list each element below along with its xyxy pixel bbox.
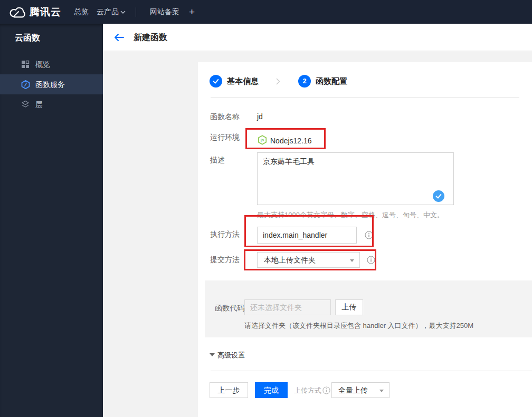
description-hint: 最大支持1000个英文字母、数字、空格、逗号、句号、中文。	[257, 210, 444, 220]
check-icon	[435, 192, 442, 200]
tencent-cloud-logo-icon[interactable]	[7, 5, 26, 19]
page-header: 新建函数	[103, 24, 532, 51]
valid-check-badge	[433, 190, 444, 202]
nav-item-icp[interactable]: 网站备案	[150, 0, 179, 24]
info-icon[interactable]	[367, 256, 375, 264]
sidebar-title: 云函数	[15, 33, 40, 44]
nav-divider	[136, 7, 136, 17]
handler-input[interactable]	[257, 227, 357, 244]
grid-icon	[21, 60, 30, 69]
triangle-down-icon	[210, 353, 215, 356]
folder-path-input	[244, 299, 331, 315]
function-code-hint: 请选择文件夹（该文件夹根目录应包含 handler 入口文件），最大支持250M	[244, 321, 473, 331]
upload-mode-value: 全量上传	[338, 386, 368, 394]
description-label: 描述	[210, 156, 225, 165]
runtime-value: Nodejs12.16	[270, 137, 312, 145]
function-name-value: jd	[257, 112, 263, 121]
submit-method-value: 本地上传文件夹	[264, 256, 316, 264]
function-name-label: 函数名称	[210, 112, 240, 122]
runtime-label: 运行环境	[210, 133, 240, 142]
sidebar-item-layers[interactable]: 层	[0, 94, 103, 114]
steps-divider	[211, 97, 519, 98]
scf-hexagon-icon	[21, 80, 30, 89]
nav-item-cloud-products[interactable]: 云产品	[97, 0, 119, 24]
nav-item-overview[interactable]: 总览	[74, 0, 89, 24]
step2-number-circle: 2	[298, 75, 311, 88]
handler-label: 执行方法	[210, 230, 240, 239]
back-arrow-icon[interactable]	[113, 33, 124, 42]
brand-name[interactable]: 腾讯云	[30, 0, 61, 24]
select-caret-icon	[379, 390, 384, 392]
new-function-panel: 基本信息 2 函数配置 函数名称 jd 运行环境 js Nodejs12.16 …	[198, 62, 532, 417]
check-icon	[212, 77, 220, 85]
step-chevron-icon	[276, 78, 280, 85]
previous-step-button[interactable]: 上一步	[210, 382, 248, 398]
sidebar: 云函数 概览 函数服务 层	[0, 24, 103, 417]
app-window: 腾讯云 总览 云产品 网站备案 + 云函数 概览 函数服务	[0, 0, 532, 417]
nav-add-tab-button[interactable]: +	[189, 0, 195, 24]
sidebar-item-function-service[interactable]: 函数服务	[0, 74, 103, 94]
function-code-section: 函数代码* 上传 请选择文件夹（该文件夹根目录应包含 handler 入口文件）…	[205, 280, 532, 337]
chevron-down-icon	[120, 11, 126, 14]
sidebar-item-label: 层	[35, 94, 43, 114]
step2-label: 函数配置	[316, 76, 347, 86]
step1-done-circle	[210, 75, 222, 88]
svg-text:js: js	[260, 138, 264, 142]
submit-method-select[interactable]: 本地上传文件夹	[257, 252, 360, 268]
info-icon[interactable]	[365, 231, 373, 239]
advanced-settings-label: 高级设置	[217, 351, 245, 360]
sidebar-item-overview[interactable]: 概览	[0, 54, 103, 74]
step1-label: 基本信息	[227, 76, 259, 86]
layers-icon	[21, 100, 30, 109]
sidebar-item-label: 函数服务	[35, 74, 65, 94]
upload-button[interactable]: 上传	[335, 299, 363, 315]
footer-divider	[211, 371, 532, 371]
nodejs-icon: js	[258, 135, 267, 145]
info-icon[interactable]	[322, 386, 330, 394]
page-title: 新建函数	[134, 24, 167, 51]
sidebar-item-label: 概览	[35, 54, 50, 74]
upload-mode-select[interactable]: 全量上传	[331, 382, 390, 398]
select-caret-icon	[350, 259, 354, 262]
submit-method-label: 提交方法	[210, 255, 240, 265]
description-textarea[interactable]: 京东薅羊毛工具	[257, 152, 454, 205]
finish-button[interactable]: 完成	[255, 382, 288, 398]
upload-mode-label: 上传方式	[294, 386, 330, 395]
top-nav-bar: 腾讯云 总览 云产品 网站备案 +	[0, 0, 532, 24]
function-code-label: 函数代码*	[215, 304, 248, 313]
